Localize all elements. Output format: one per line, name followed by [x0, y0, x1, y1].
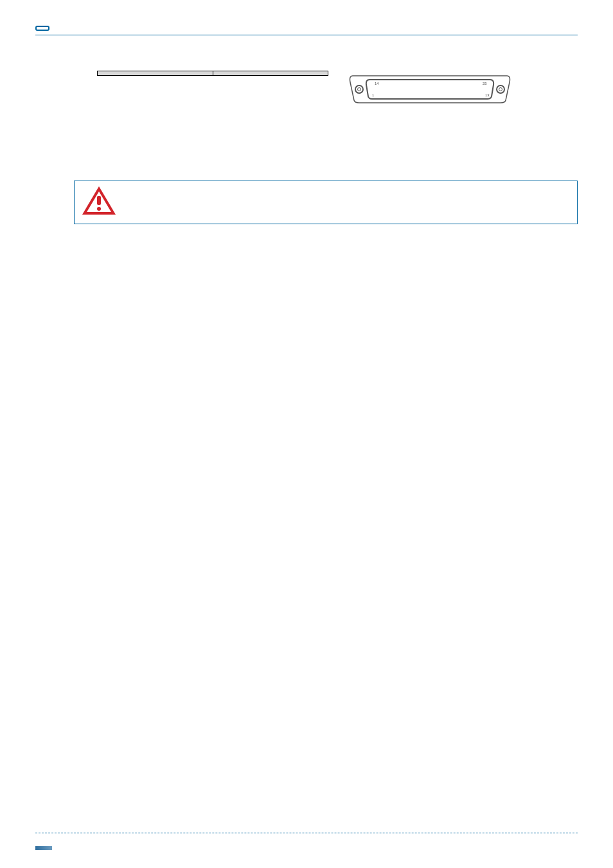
label-14: 14 [375, 82, 379, 85]
label-1: 1 [372, 93, 375, 97]
pin-table-area: 14 25 1 13 [97, 71, 574, 107]
dsub25-connector-diagram: 14 25 1 13 [346, 71, 513, 107]
header-row [35, 26, 578, 31]
svg-point-2 [497, 85, 504, 93]
section-8-10-heading [35, 156, 578, 166]
svg-point-5 [97, 207, 101, 211]
svg-point-1 [358, 88, 361, 91]
warning-icon [81, 185, 117, 217]
footer [35, 846, 578, 850]
pin-table [97, 71, 328, 76]
header-rule [35, 35, 578, 35]
section-8-8-heading [35, 52, 578, 62]
svg-point-0 [355, 85, 363, 93]
pin-header-signal [213, 71, 328, 76]
footer-rule [35, 833, 578, 833]
page-number [35, 846, 52, 850]
svg-rect-4 [97, 196, 101, 205]
section-8-9-heading [35, 129, 578, 139]
label-13: 13 [485, 93, 490, 97]
brand-logo [35, 26, 49, 31]
pin-header-number [98, 71, 213, 76]
svg-point-3 [499, 88, 502, 91]
label-25: 25 [483, 82, 487, 85]
warning-box [74, 181, 578, 224]
